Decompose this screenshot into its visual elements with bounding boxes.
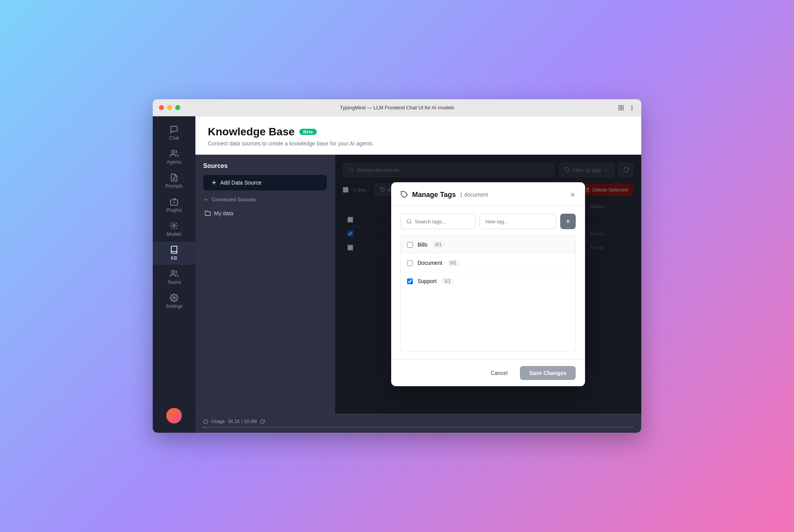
modal-search-placeholder: Search tags...	[415, 219, 446, 225]
tag-support-name: Support	[418, 278, 437, 284]
page-header: Knowledge Base Beta Connect data sources…	[195, 116, 641, 155]
beta-badge: Beta	[299, 129, 317, 135]
my-data-label: My data	[214, 210, 233, 216]
sidebar-agents-label: Agents	[167, 159, 181, 165]
sidebar: Chat Agents Prompts Plugins Models KB	[153, 116, 195, 433]
sidebar-item-agents[interactable]: Agents	[153, 145, 195, 169]
svg-point-15	[173, 297, 175, 299]
main-content: Knowledge Base Beta Connect data sources…	[195, 116, 641, 433]
svg-point-13	[173, 225, 175, 227]
save-changes-button[interactable]: Save Changes	[520, 366, 576, 380]
traffic-lights	[159, 105, 180, 110]
modal-overlay: Manage Tags 1 document × Search tags...	[335, 155, 641, 414]
prompts-icon	[170, 173, 178, 182]
cancel-button[interactable]: Cancel	[483, 366, 516, 380]
svg-point-7	[172, 150, 174, 153]
svg-point-6	[632, 109, 632, 110]
usage-row: Usage 34.1K / 10.0M	[203, 419, 633, 424]
tag-document-checkbox[interactable]	[407, 260, 413, 266]
tag-item-bills[interactable]: Bills 0/1	[401, 236, 575, 254]
usage-value: 34.1K / 10.0M	[228, 419, 257, 424]
sidebar-item-models[interactable]: Models	[153, 218, 195, 241]
sidebar-item-chat[interactable]: Chat	[153, 121, 195, 145]
sidebar-item-prompts[interactable]: Prompts	[153, 169, 195, 193]
right-panel: Search documents... Filter by tags	[335, 155, 641, 414]
usage-bar-fill	[203, 427, 205, 428]
sidebar-item-settings[interactable]: Settings	[153, 290, 195, 313]
tag-document-count: 0/1	[447, 259, 460, 266]
window-title: TypingMind — LLM Frontend Chat UI for AI…	[340, 105, 454, 111]
sidebar-prompts-label: Prompts	[166, 183, 183, 189]
sidebar-item-teams[interactable]: Teams	[153, 266, 195, 289]
svg-rect-0	[619, 105, 621, 107]
sidebar-item-kb[interactable]: KB	[153, 242, 195, 265]
usage-bar	[203, 427, 633, 428]
modal-header: Manage Tags 1 document ×	[391, 182, 585, 206]
add-tag-button[interactable]: +	[560, 214, 576, 229]
avatar[interactable]	[166, 408, 182, 423]
titlebar: TypingMind — LLM Frontend Chat UI for AI…	[153, 99, 641, 116]
modal-footer: Cancel Save Changes	[391, 359, 585, 386]
svg-point-4	[632, 105, 632, 106]
info-icon	[203, 419, 208, 424]
page-title: Knowledge Base	[208, 126, 295, 138]
modal-body: Search tags... + Bills 0/1	[391, 206, 585, 359]
plugins-icon	[170, 197, 178, 206]
sidebar-kb-label: KB	[171, 256, 177, 261]
teams-icon	[170, 269, 178, 278]
tag-support-count: 1/1	[441, 278, 454, 285]
modal-search-icon	[406, 219, 412, 224]
tag-bills-checkbox[interactable]	[407, 242, 413, 248]
svg-point-23	[407, 219, 411, 223]
svg-rect-2	[621, 108, 623, 110]
tag-item-support[interactable]: Support 1/1	[401, 272, 575, 290]
sidebar-settings-label: Settings	[166, 304, 182, 309]
sidebar-plugins-label: Plugins	[166, 207, 181, 213]
tag-document-name: Document	[418, 260, 442, 266]
modal-tag-icon	[400, 191, 408, 199]
content-area: Sources Add Data Source Connected Source…	[195, 155, 641, 414]
modal-search-row: Search tags... +	[400, 214, 576, 229]
more-options-icon[interactable]	[629, 105, 635, 111]
sidebar-item-plugins[interactable]: Plugins	[153, 193, 195, 217]
tag-item-document[interactable]: Document 0/1	[401, 254, 575, 272]
svg-line-24	[410, 223, 411, 224]
add-data-source-button[interactable]: Add Data Source	[203, 175, 327, 190]
my-data-item[interactable]: My data	[203, 207, 327, 219]
modal-search-box[interactable]: Search tags...	[400, 214, 476, 229]
settings-icon	[170, 294, 178, 302]
connected-sources-label: Connected Sources	[212, 197, 256, 202]
app-window: TypingMind — LLM Frontend Chat UI for AI…	[153, 99, 641, 433]
usage-bar-container: Usage 34.1K / 10.0M	[195, 414, 641, 433]
sidebar-chat-label: Chat	[169, 135, 179, 141]
chevron-down-icon	[203, 197, 209, 202]
svg-rect-1	[621, 105, 623, 107]
usage-label: Usage	[211, 419, 225, 424]
modal-doc-count: 1 document	[460, 192, 488, 198]
sidebar-teams-label: Teams	[167, 280, 181, 285]
agents-icon	[170, 149, 178, 158]
sources-label: Sources	[203, 162, 327, 169]
modal-close-button[interactable]: ×	[570, 190, 576, 199]
chat-icon	[170, 125, 178, 134]
modal-title-row: Manage Tags 1 document	[400, 191, 488, 199]
minimize-button[interactable]	[167, 105, 172, 110]
maximize-button[interactable]	[175, 105, 180, 110]
close-button[interactable]	[159, 105, 164, 110]
add-data-source-label: Add Data Source	[220, 180, 262, 186]
refresh-usage-icon[interactable]	[260, 419, 265, 424]
avatar-container[interactable]	[162, 403, 186, 428]
new-tag-input[interactable]	[480, 214, 556, 229]
window-action-icon	[618, 105, 624, 111]
tag-support-checkbox[interactable]	[407, 278, 413, 284]
left-panel: Sources Add Data Source Connected Source…	[195, 155, 335, 414]
folder-icon	[205, 210, 211, 216]
connected-sources-header[interactable]: Connected Sources	[203, 197, 327, 202]
tags-list: Bills 0/1 Document 0/1	[400, 235, 576, 352]
modal-title: Manage Tags	[412, 191, 456, 199]
plus-icon	[211, 180, 217, 186]
page-subtitle: Connect data sources to create a knowled…	[208, 140, 629, 147]
tag-bills-count: 0/1	[432, 241, 445, 248]
svg-point-14	[172, 271, 174, 273]
page-title-row: Knowledge Base Beta	[208, 126, 629, 138]
